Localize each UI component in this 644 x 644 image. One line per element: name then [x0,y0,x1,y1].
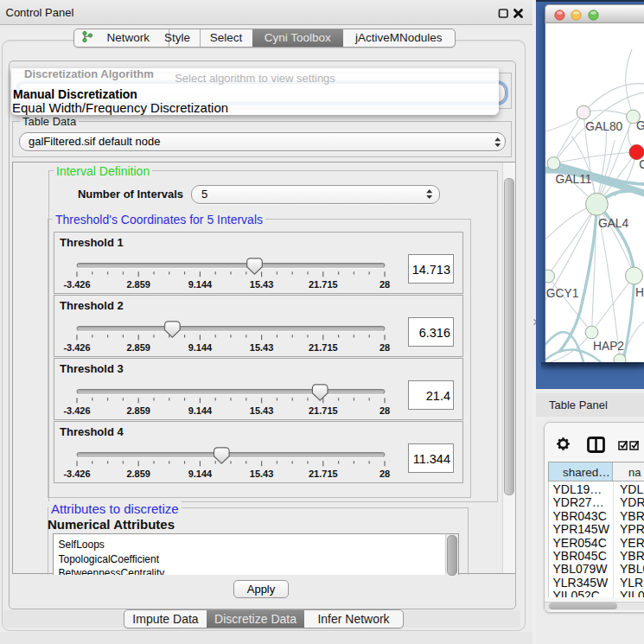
svg-text:21.715: 21.715 [309,342,338,353]
svg-text:15.43: 15.43 [250,279,274,290]
svg-text:28: 28 [379,469,390,479]
svg-text:2.859: 2.859 [126,469,150,479]
svg-text:15.43: 15.43 [250,405,274,416]
svg-text:GA: GA [636,119,644,132]
svg-text:C: C [639,158,644,171]
svg-text:-3.426: -3.426 [63,469,90,479]
svg-text:21.715: 21.715 [309,405,338,416]
svg-text:-3.426: -3.426 [63,405,90,416]
svg-text:-3.426: -3.426 [63,342,90,353]
svg-text:9.144: 9.144 [188,469,213,479]
svg-text:28: 28 [379,279,390,290]
svg-text:GCY1: GCY1 [546,287,579,300]
svg-text:21.715: 21.715 [309,279,338,290]
svg-text:28: 28 [379,405,390,416]
svg-text:15.43: 15.43 [250,469,274,479]
svg-text:2.859: 2.859 [126,405,150,416]
svg-text:15.43: 15.43 [250,342,274,353]
svg-text:GAL80: GAL80 [585,120,622,133]
svg-text:H: H [635,286,644,299]
svg-text:GAL4: GAL4 [598,217,629,230]
svg-text:21.715: 21.715 [309,469,338,479]
svg-text:2.859: 2.859 [126,342,150,353]
svg-text:2.859: 2.859 [126,279,150,290]
svg-text:HAP2: HAP2 [593,340,624,353]
svg-text:9.144: 9.144 [188,279,213,290]
svg-text:-3.426: -3.426 [63,279,90,290]
svg-text:28: 28 [379,342,390,353]
svg-text:9.144: 9.144 [188,342,213,353]
svg-text:GAL11: GAL11 [556,173,592,186]
svg-text:9.144: 9.144 [188,405,213,416]
